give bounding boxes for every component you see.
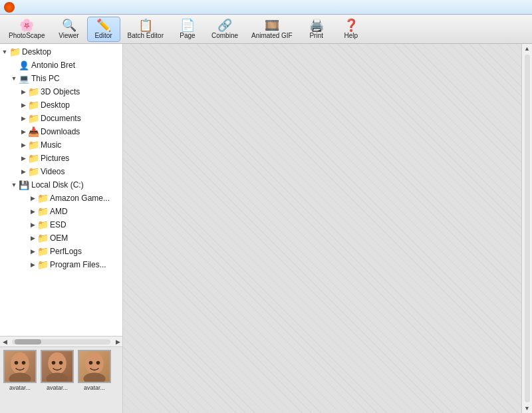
tree-item-pictures[interactable]: ▶📁Pictures — [0, 152, 122, 165]
label-amazongames: Amazon Game... — [50, 194, 110, 203]
toolbar-btn-photoscape[interactable]: 🌸 PhotoScape — [3, 17, 51, 42]
toolbar-btn-print[interactable]: 🖨️ Print — [300, 17, 333, 42]
icon-amazongames: 📁 — [37, 193, 48, 204]
hscroll-right-arrow[interactable]: ▶ — [113, 337, 122, 346]
icon-antonio: 👤 — [19, 60, 29, 70]
svg-point-10 — [89, 361, 93, 365]
tree-item-programfiles[interactable]: ▶📁Program Files... — [0, 258, 122, 271]
tree-item-amazongames[interactable]: ▶📁Amazon Game... — [0, 192, 122, 205]
expand-desktop[interactable]: ▼ — [0, 47, 9, 57]
expand-documents[interactable]: ▶ — [19, 114, 28, 123]
expand-localc[interactable]: ▼ — [9, 180, 19, 190]
thumb-img-avatar3 — [78, 350, 111, 383]
label-documents: Documents — [41, 114, 81, 123]
svg-point-8 — [85, 352, 104, 374]
thumb-label-avatar1: avatar... — [3, 384, 37, 391]
hscroll-track[interactable] — [12, 339, 110, 344]
icon-pictures: 📁 — [28, 153, 39, 164]
editor-icon: ✏️ — [96, 19, 111, 31]
thumb-label-avatar3: avatar... — [77, 384, 112, 391]
label-3dobjects: 3D Objects — [41, 87, 80, 96]
label-videos: Videos — [41, 167, 65, 176]
tree-item-amd[interactable]: ▶📁AMD — [0, 205, 122, 218]
toolbar-btn-viewer[interactable]: 🔍 Viewer — [53, 17, 86, 42]
svg-point-5 — [46, 372, 68, 383]
tree-item-desktop[interactable]: ▼📁Desktop — [0, 45, 122, 59]
expand-amazongames[interactable]: ▶ — [28, 194, 37, 203]
tree-item-3dobjects[interactable]: ▶📁3D Objects — [0, 85, 122, 98]
icon-downloads: 📥 — [28, 126, 39, 137]
vscroll-track[interactable] — [525, 55, 530, 402]
toolbar-btn-page[interactable]: 📄 Page — [171, 17, 204, 42]
label-programfiles: Program Files... — [50, 260, 106, 269]
icon-music: 📁 — [28, 140, 39, 150]
right-vscroll[interactable]: ▲ ▼ — [521, 44, 532, 413]
thumb-avatar1[interactable]: avatar... — [3, 350, 37, 391]
tree-item-documents[interactable]: ▶📁Documents — [0, 112, 122, 125]
expand-thispc[interactable]: ▼ — [9, 74, 19, 83]
label-music: Music — [41, 140, 61, 150]
batch-editor-icon: 📋 — [138, 19, 153, 31]
toolbar-btn-combine[interactable]: 🔗 Combine — [205, 17, 244, 42]
expand-videos[interactable]: ▶ — [19, 167, 28, 176]
animated-gif-icon: 🎞️ — [265, 19, 279, 31]
label-oem: OEM — [50, 233, 68, 243]
tree-item-esd[interactable]: ▶📁ESD — [0, 218, 122, 231]
tree-item-videos[interactable]: ▶📁Videos — [0, 165, 122, 178]
vscroll-down-arrow[interactable]: ▼ — [523, 404, 532, 413]
expand-esd[interactable]: ▶ — [28, 220, 37, 229]
icon-3dobjects: 📁 — [28, 86, 39, 97]
svg-point-3 — [22, 361, 26, 365]
label-thispc: This PC — [31, 74, 60, 83]
icon-thispc: 💻 — [19, 73, 29, 84]
icon-perflogs: 📁 — [37, 246, 48, 257]
expand-amd[interactable]: ▶ — [28, 207, 37, 216]
expand-desktop2[interactable]: ▶ — [19, 100, 28, 110]
thumb-avatar3[interactable]: avatar... — [77, 350, 112, 391]
tree-item-downloads[interactable]: ▶📥Downloads — [0, 125, 122, 138]
thumbnails-panel[interactable]: avatar... avatar... avatar... — [0, 346, 122, 413]
photoscape-icon: 🌸 — [19, 19, 34, 31]
toolbar-btn-editor[interactable]: ✏️ Editor — [87, 17, 120, 42]
expand-downloads[interactable]: ▶ — [19, 127, 28, 136]
left-panel: ▼📁Desktop👤Antonio Bret▼💻This PC▶📁3D Obje… — [0, 44, 123, 413]
tree-hscroll[interactable]: ◀ ▶ — [0, 336, 122, 346]
expand-oem[interactable]: ▶ — [28, 233, 37, 243]
hscroll-left-arrow[interactable]: ◀ — [0, 337, 9, 346]
svg-point-0 — [11, 352, 29, 374]
tree-item-perflogs[interactable]: ▶📁PerfLogs — [0, 245, 122, 258]
label-pictures: Pictures — [41, 154, 69, 163]
icon-documents: 📁 — [28, 113, 39, 124]
tree-item-antonio[interactable]: 👤Antonio Bret — [0, 59, 122, 72]
label-desktop2: Desktop — [41, 100, 70, 110]
label-amd: AMD — [50, 207, 68, 216]
toolbar-btn-help[interactable]: ❓ Help — [334, 17, 368, 42]
label-antonio: Antonio Bret — [31, 61, 75, 70]
thumb-img-avatar1 — [3, 350, 37, 383]
expand-perflogs[interactable]: ▶ — [28, 247, 37, 256]
combine-icon: 🔗 — [217, 19, 232, 31]
help-icon: ❓ — [344, 19, 358, 31]
batch-editor-label: Batch Editor — [128, 32, 164, 39]
file-tree[interactable]: ▼📁Desktop👤Antonio Bret▼💻This PC▶📁3D Obje… — [0, 44, 122, 336]
content-area[interactable] — [123, 44, 521, 413]
tree-item-music[interactable]: ▶📁Music — [0, 138, 122, 152]
expand-programfiles[interactable]: ▶ — [28, 260, 37, 269]
icon-amd: 📁 — [37, 206, 48, 217]
expand-pictures[interactable]: ▶ — [19, 154, 28, 163]
vscroll-up-arrow[interactable]: ▲ — [523, 44, 532, 53]
editor-label: Editor — [94, 32, 112, 39]
tree-item-oem[interactable]: ▶📁OEM — [0, 231, 122, 245]
hscroll-thumb[interactable] — [15, 339, 41, 344]
toolbar-btn-animated-gif[interactable]: 🎞️ Animated GIF — [245, 17, 299, 42]
toolbar-btn-batch-editor[interactable]: 📋 Batch Editor — [122, 17, 170, 42]
toolbar: 🌸 PhotoScape 🔍 Viewer ✏️ Editor 📋 Batch … — [0, 15, 532, 44]
thumb-avatar2[interactable]: avatar... — [40, 350, 74, 391]
tree-item-localc[interactable]: ▼💾Local Disk (C:) — [0, 178, 122, 192]
tree-item-desktop2[interactable]: ▶📁Desktop — [0, 98, 122, 112]
photoscape-label: PhotoScape — [9, 32, 45, 39]
expand-3dobjects[interactable]: ▶ — [19, 87, 28, 96]
tree-item-thispc[interactable]: ▼💻This PC — [0, 72, 122, 85]
expand-music[interactable]: ▶ — [19, 140, 28, 150]
icon-programfiles: 📁 — [37, 259, 48, 270]
